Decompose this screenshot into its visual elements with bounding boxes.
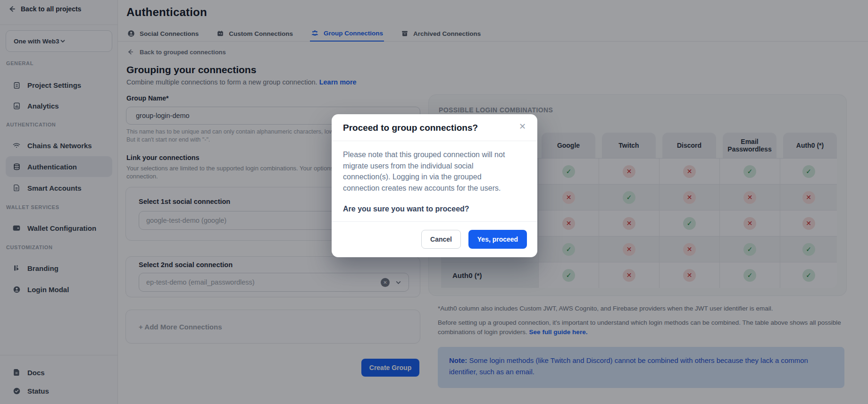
dialog-question: Are you sure you want to proceed? — [343, 203, 527, 215]
dialog-title: Proceed to group connections? — [343, 123, 478, 133]
dialog-body-line: connection creates new accounts for the … — [343, 183, 527, 194]
close-icon[interactable]: ✕ — [517, 119, 528, 134]
dialog-body-line: migrate users from the individual social — [343, 160, 527, 172]
dialog-footer: Cancel Yes, proceed — [332, 221, 537, 257]
confirm-button[interactable]: Yes, proceed — [468, 230, 527, 249]
cancel-button[interactable]: Cancel — [421, 230, 461, 249]
dialog-divider-top — [332, 141, 537, 141]
confirm-dialog: Proceed to group connections? ✕ Please n… — [332, 114, 537, 257]
dialog-body: Please note that this grouped connection… — [343, 149, 527, 215]
dialog-body-line: Please note that this grouped connection… — [343, 149, 527, 160]
app-window: Back to all projects One with Web3Auth (… — [0, 0, 868, 404]
dialog-body-line: connection(s). Logging in via the groupe… — [343, 171, 527, 183]
